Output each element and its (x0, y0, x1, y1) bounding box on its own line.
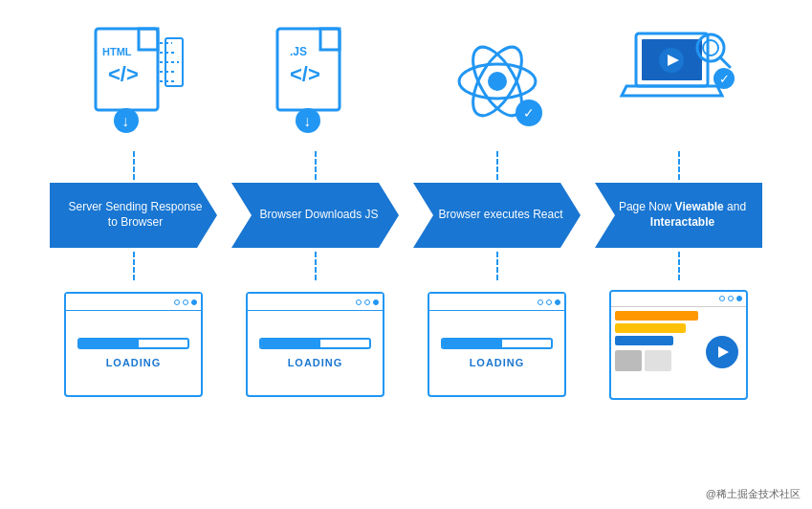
step-cell-1: Server Sending Response to Browser (43, 177, 225, 254)
browser-mockup-2: LOADING (246, 292, 384, 397)
svg-point-21 (488, 72, 507, 91)
html-file-icon: HTML </> ↓ (72, 19, 196, 144)
browser-dot (174, 299, 180, 305)
top-connectors-row (19, 153, 793, 177)
browser-dot (191, 299, 197, 305)
step-label-3: Browser executes React (438, 208, 562, 223)
screen-cell-1: LOADING (43, 292, 225, 397)
step-label-1: Server Sending Response to Browser (63, 200, 208, 230)
loading-bar-bg (259, 338, 371, 349)
play-triangle (718, 346, 729, 358)
screens-row: LOADING LOADING (19, 277, 793, 411)
browser-dot (183, 299, 188, 305)
svg-text:</>: </> (290, 62, 320, 86)
steps-row: Server Sending Response to Browser Brows… (19, 177, 793, 254)
browser-dot (364, 299, 370, 305)
browser-dot (538, 299, 543, 305)
svg-text:✓: ✓ (719, 72, 730, 86)
browser-titlebar-1 (66, 294, 201, 311)
browser-titlebar-3 (429, 294, 564, 311)
loading-label-3: LOADING (470, 357, 525, 368)
browser-titlebar-full (611, 292, 746, 307)
icon-cell-laptop: ✓ (588, 19, 770, 144)
browser-dot (555, 299, 560, 305)
connector-4 (588, 151, 770, 180)
browser-mockup-full (609, 290, 748, 400)
loading-bar-fill (443, 340, 502, 347)
svg-text:.JS: .JS (290, 45, 307, 58)
svg-text:✓: ✓ (523, 105, 535, 121)
connector-b-3 (406, 252, 588, 280)
step-label-2: Browser Downloads JS (259, 208, 378, 223)
step-cell-3: Browser executes React (406, 177, 588, 254)
loading-bar-fill (261, 340, 320, 347)
laptop-icon: ✓ (617, 19, 741, 144)
step-box-2: Browser Downloads JS (231, 183, 399, 248)
connector-2 (225, 151, 406, 180)
browser-titlebar-2 (248, 294, 383, 311)
svg-marker-1 (139, 29, 158, 50)
step-box-3: Browser executes React (413, 183, 581, 248)
content-bar-orange (615, 311, 698, 321)
icon-cell-react: ✓ (406, 19, 588, 144)
step-box-4: Page Now Viewable and Interactable (595, 183, 762, 248)
svg-point-29 (703, 40, 718, 55)
content-bar-yellow (615, 323, 686, 333)
full-page-content (611, 307, 746, 398)
svg-line-30 (720, 57, 730, 67)
browser-content-2: LOADING (248, 311, 383, 395)
svg-text:</>: </> (108, 62, 139, 86)
connector-b-1 (43, 252, 225, 280)
connector-3 (406, 151, 588, 180)
browser-mockup-3: LOADING (428, 292, 566, 397)
loading-bar-fill (79, 340, 139, 347)
browser-dot (356, 299, 362, 305)
browser-dot (373, 299, 379, 305)
connector-b-2 (225, 252, 406, 280)
browser-dot (546, 299, 552, 305)
step-cell-2: Browser Downloads JS (225, 177, 406, 254)
screen-cell-3: LOADING (406, 292, 588, 397)
bottom-connectors-row (19, 254, 793, 277)
svg-marker-13 (320, 29, 340, 50)
screen-cell-2: LOADING (225, 292, 406, 397)
loading-label-2: LOADING (288, 357, 343, 368)
loading-bar-bg (441, 338, 553, 349)
diagram: HTML </> ↓ .JS (0, 0, 812, 509)
content-left (615, 311, 698, 394)
connector-1 (43, 151, 225, 180)
screen-cell-4 (588, 290, 770, 400)
step-label-4: Page Now Viewable and Interactable (612, 200, 753, 230)
connector-b-4 (588, 252, 770, 280)
step-box-1: Server Sending Response to Browser (50, 183, 217, 248)
browser-dot (719, 296, 725, 301)
browser-dot (728, 296, 734, 301)
browser-dot (736, 296, 742, 301)
js-file-icon: .JS </> ↓ (253, 19, 378, 144)
icons-row: HTML </> ↓ .JS (19, 10, 793, 153)
react-atom-icon: ✓ (435, 19, 560, 144)
loading-bar-bg (77, 338, 189, 349)
icon-cell-html: HTML </> ↓ (43, 19, 225, 144)
svg-text:HTML: HTML (102, 46, 132, 57)
browser-mockup-1: LOADING (64, 292, 203, 397)
loading-label-1: LOADING (106, 357, 162, 368)
content-right (702, 311, 742, 394)
browser-content-1: LOADING (66, 311, 201, 395)
icon-cell-js: .JS </> ↓ (225, 19, 406, 144)
browser-content-3: LOADING (429, 311, 564, 395)
watermark: @稀土掘金技术社区 (706, 487, 801, 501)
step-cell-4: Page Now Viewable and Interactable (588, 177, 770, 254)
play-button (706, 336, 738, 368)
svg-text:↓: ↓ (303, 113, 311, 129)
svg-text:↓: ↓ (121, 113, 129, 129)
content-bar-blue (615, 336, 673, 345)
